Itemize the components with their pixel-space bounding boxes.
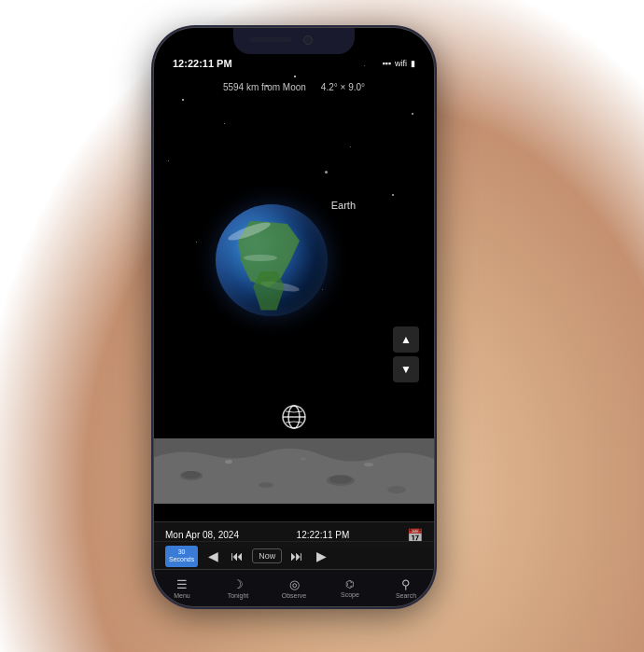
speaker (250, 37, 292, 42)
lunar-surface (154, 438, 434, 504)
svg-point-8 (301, 457, 306, 460)
time-chip-unit: Seconds (169, 556, 194, 563)
observe-icon: ◎ (289, 577, 300, 591)
bottom-nav: ☰ Menu ☽ Tonight ◎ Observe ⌬ Scope ⚲ S (154, 569, 434, 606)
earth-globe (216, 204, 328, 316)
status-time: 12:22:11 PM (173, 58, 232, 69)
svg-point-9 (364, 463, 373, 466)
nav-down-arrow[interactable]: ▼ (393, 356, 419, 382)
camera (303, 35, 313, 45)
nav-up-arrow[interactable]: ▲ (393, 326, 419, 353)
skip-back-btn[interactable]: ⏮ (228, 547, 246, 565)
scene: 12:22:11 PM ▪▪▪ wifi ▮ (0, 0, 644, 652)
nav-item-scope[interactable]: ⌬ Scope (322, 570, 378, 606)
sky-view[interactable]: 5594 km from Moon 4.2° × 9.0° Ear (154, 28, 434, 504)
svg-point-7 (225, 460, 232, 464)
phone-screen: 12:22:11 PM ▪▪▪ wifi ▮ (154, 28, 434, 606)
observe-label: Observe (282, 592, 306, 599)
play-back-btn[interactable]: ◀ (203, 547, 222, 565)
earth-container[interactable]: Earth (216, 204, 328, 316)
nav-arrows: ▲ ▼ (393, 326, 419, 382)
menu-icon: ☰ (176, 577, 188, 591)
search-icon: ⚲ (401, 577, 411, 591)
phone-device: 12:22:11 PM ▪▪▪ wifi ▮ (154, 28, 434, 606)
notch (233, 28, 355, 54)
tonight-label: Tonight (228, 592, 249, 599)
svg-point-3 (259, 482, 273, 488)
nav-item-tonight[interactable]: ☽ Tonight (210, 570, 266, 606)
signal-icon: ▪▪▪ (382, 59, 391, 68)
distance-text: 5594 km from Moon (223, 82, 306, 92)
tonight-icon: ☽ (232, 577, 244, 591)
wifi-icon: wifi (395, 59, 407, 68)
nav-item-menu[interactable]: ☰ Menu (154, 570, 210, 606)
status-icons: ▪▪▪ wifi ▮ (382, 59, 415, 68)
time-chip-value: 30 (169, 548, 194, 556)
distant-object (325, 171, 328, 173)
menu-label: Menu (174, 592, 190, 599)
dimensions-text: 4.2° × 9.0° (321, 82, 365, 92)
distance-info: 5594 km from Moon 4.2° × 9.0° (223, 82, 365, 92)
skip-forward-btn[interactable]: ⏭ (287, 547, 306, 565)
playback-bar: 30 Seconds ◀ ⏮ Now ⏭ ▶ (154, 541, 434, 571)
scope-icon: ⌬ (345, 578, 355, 590)
svg-point-2 (182, 471, 201, 479)
now-button[interactable]: Now (252, 548, 282, 563)
battery-icon: ▮ (411, 59, 415, 68)
time-chip[interactable]: 30 Seconds (165, 546, 198, 567)
date-text: Mon Apr 08, 2024 (165, 530, 239, 540)
play-forward-btn[interactable]: ▶ (312, 547, 330, 565)
svg-point-5 (329, 475, 352, 483)
status-bar: 12:22:11 PM ▪▪▪ wifi ▮ (173, 58, 415, 69)
scope-label: Scope (341, 591, 359, 598)
earth-label: Earth (331, 200, 356, 211)
time-text: 12:22:11 PM (297, 530, 350, 540)
globe-button[interactable] (277, 400, 311, 434)
search-label: Search (396, 592, 416, 599)
nav-item-search[interactable]: ⚲ Search (378, 570, 434, 606)
nav-item-observe[interactable]: ◎ Observe (266, 570, 322, 606)
svg-point-6 (387, 486, 406, 493)
